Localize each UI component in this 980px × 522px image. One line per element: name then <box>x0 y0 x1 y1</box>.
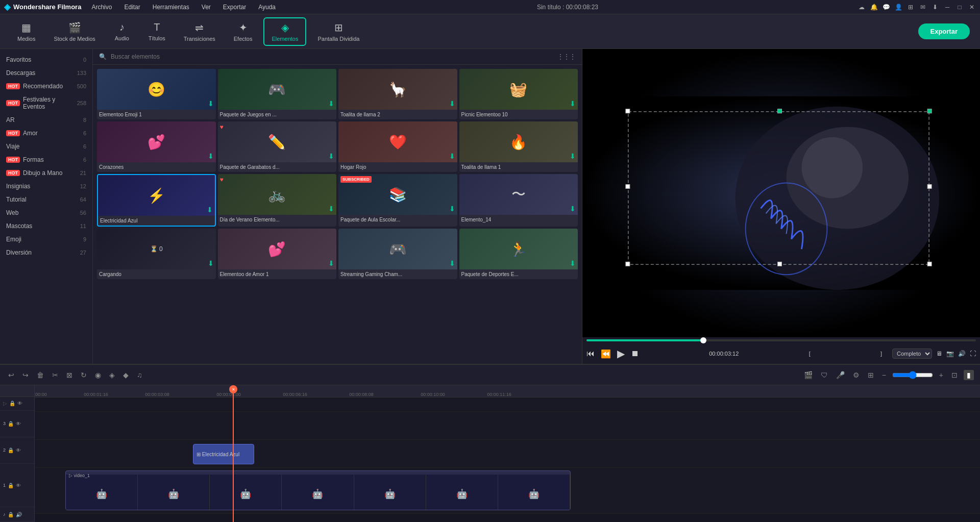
rotate-tool[interactable]: ↻ <box>79 369 89 381</box>
undo-tool[interactable]: ↩ <box>6 369 16 381</box>
grid-options-icon[interactable]: ⋮⋮⋮ <box>557 53 576 60</box>
sidebar-item-web[interactable]: Web 56 <box>0 206 92 219</box>
skip-back-button[interactable]: ⏮ <box>586 349 595 358</box>
quality-select[interactable]: Completo <box>892 349 932 359</box>
mail-icon[interactable]: ✉ <box>919 3 927 11</box>
lock-icon-3[interactable]: 🔒 <box>8 421 14 427</box>
media-item-6[interactable]: ♥ ✏️ ⬇ Paquete de Garabatos d... <box>218 121 337 172</box>
redo-tool[interactable]: ↪ <box>20 369 31 381</box>
media-item-9[interactable]: ⚡ ⬇ Electricidad Azul <box>97 174 216 227</box>
tool-audio[interactable]: ♪ Audio <box>107 18 137 44</box>
tool-pantalla-dividida[interactable]: ⊞ Pantalla Dividida <box>310 18 366 45</box>
playhead-handle[interactable]: ✕ <box>229 385 237 393</box>
media-item-8[interactable]: 🔥 ⬇ Toalita de llama 1 <box>459 121 578 172</box>
volume-icon[interactable]: 🔊 <box>958 350 966 357</box>
monitor-icon[interactable]: 🖥 <box>936 350 942 357</box>
tool-efectos[interactable]: ✦ Efectos <box>227 18 260 45</box>
download-icon-14[interactable]: ⬇ <box>328 259 334 267</box>
lock-icon-audio[interactable]: 🔒 <box>8 512 14 517</box>
media-item-15[interactable]: 🎮 ⬇ Streaming Gaming Cham... <box>338 229 457 279</box>
message-icon[interactable]: 💬 <box>882 3 890 11</box>
tool-medios[interactable]: ▦ Medios <box>10 18 42 45</box>
media-item-4[interactable]: 🧺 ⬇ Picnic Elementoo 10 <box>459 69 578 119</box>
media-item-12[interactable]: 〜 ⬇ Elemento_14 <box>459 174 578 227</box>
media-item-5[interactable]: 💕 ⬇ Corazones <box>97 121 216 172</box>
fit-tool[interactable]: ⊡ <box>949 369 960 381</box>
timeline-thumb[interactable] <box>700 337 706 343</box>
media-item-2[interactable]: 🎮 ⬇ Paquete de Juegos en ... <box>218 69 337 119</box>
clip-video[interactable]: ▷ video_1 🤖 🤖 🤖 🤖 🤖 🤖 🤖 <box>65 470 571 510</box>
sidebar-item-favoritos[interactable]: Favoritos 0 <box>0 53 92 66</box>
sidebar-toggle[interactable]: ▮ <box>964 370 974 380</box>
expand-icon[interactable]: ⛶ <box>970 350 976 357</box>
sidebar-item-mascotas[interactable]: Mascotas 11 <box>0 219 92 233</box>
download-icon-13[interactable]: ⬇ <box>208 259 214 267</box>
media-item-10[interactable]: ♥ 🚲 ⬇ Día de Verano Elemento... <box>218 174 337 227</box>
lock-icon-1[interactable]: 🔒 <box>8 483 14 488</box>
bell-icon[interactable]: 🔔 <box>870 3 878 11</box>
menu-exportar[interactable]: Exportar <box>221 3 248 12</box>
download-icon-9[interactable]: ⬇ <box>207 206 213 214</box>
download-icon-3[interactable]: ⬇ <box>449 100 455 108</box>
sticker-tool[interactable]: ◉ <box>93 369 103 381</box>
tool-titulos[interactable]: T Títulos <box>141 18 173 44</box>
eye-icon-audio[interactable]: 🔊 <box>16 512 22 517</box>
zoom-slider[interactable] <box>892 371 933 379</box>
sidebar-item-emoji[interactable]: Emoji 9 <box>0 233 92 246</box>
tool-stock[interactable]: 🎬 Stock de Medios <box>46 18 102 45</box>
split-tool[interactable]: ⊞ <box>866 369 876 381</box>
sidebar-item-diversion[interactable]: Diversión 27 <box>0 246 92 259</box>
search-input[interactable] <box>111 53 553 60</box>
sidebar-item-festivales[interactable]: HOT Festivales y Eventos 258 <box>0 93 92 113</box>
download-icon-1[interactable]: ⬇ <box>208 100 214 108</box>
preview-timeline[interactable] <box>586 339 976 341</box>
mic-tool[interactable]: 🎤 <box>834 369 847 381</box>
menu-editar[interactable]: Editar <box>122 3 142 12</box>
sidebar-item-descargas[interactable]: Descargas 133 <box>0 66 92 80</box>
stop-button[interactable]: ⏹ <box>631 349 639 358</box>
media-item-1[interactable]: 😊 ⬇ Elementoo Emoji 1 <box>97 69 216 119</box>
menu-ver[interactable]: Ver <box>200 3 213 12</box>
download-icon-6[interactable]: ⬇ <box>328 152 334 160</box>
maximize-button[interactable]: □ <box>955 3 964 11</box>
media-item-13[interactable]: ⏳ 0 ⬇ Cargando <box>97 229 216 279</box>
playhead[interactable]: ✕ <box>233 385 234 522</box>
close-button[interactable]: ✕ <box>968 3 976 11</box>
sidebar-item-amor[interactable]: HOT Amor 6 <box>0 127 92 140</box>
eye-icon-3[interactable]: 👁 <box>16 421 21 427</box>
media-item-16[interactable]: 🏃 ⬇ Paquete de Deportes E... <box>459 229 578 279</box>
download-icon-11[interactable]: ⬇ <box>449 205 455 213</box>
media-item-3[interactable]: 🦙 ⬇ Toalita de llama 2 <box>338 69 457 119</box>
download-icon-12[interactable]: ⬇ <box>570 205 576 213</box>
settings-tool[interactable]: ⚙ <box>851 369 862 381</box>
sidebar-item-ar[interactable]: AR 8 <box>0 113 92 127</box>
download-icon-2[interactable]: ⬇ <box>328 100 334 108</box>
menu-ayuda[interactable]: Ayuda <box>256 3 278 12</box>
user-icon[interactable]: 👤 <box>894 3 902 11</box>
sidebar-item-tutorial[interactable]: Tutorial 64 <box>0 193 92 206</box>
zoom-in-tool[interactable]: + <box>937 369 945 381</box>
download-icon-16[interactable]: ⬇ <box>570 259 576 267</box>
play-button[interactable]: ▶ <box>617 347 625 360</box>
sidebar-item-viaje[interactable]: Viaje 6 <box>0 140 92 153</box>
delete-tool[interactable]: 🗑 <box>35 369 46 381</box>
download-icon-8[interactable]: ⬇ <box>570 152 576 160</box>
download-icon-5[interactable]: ⬇ <box>208 152 214 160</box>
eye-icon-empty[interactable]: 👁 <box>17 401 22 406</box>
screenshot-icon[interactable]: 📷 <box>946 350 954 357</box>
shield-tool[interactable]: 🛡 <box>819 369 830 381</box>
tool-elementos[interactable]: ◈ Elementos <box>263 17 306 46</box>
sidebar-item-recomendado[interactable]: HOT Recomendado 500 <box>0 80 92 93</box>
download-icon-10[interactable]: ⬇ <box>328 205 334 213</box>
zoom-out-tool[interactable]: − <box>880 369 888 381</box>
render-tool[interactable]: 🎬 <box>802 369 815 381</box>
export-button[interactable]: Exportar <box>918 23 970 39</box>
download-icon[interactable]: ⬇ <box>931 3 939 11</box>
color-tool[interactable]: ◈ <box>107 369 117 381</box>
cut-tool[interactable]: ✂ <box>50 369 60 381</box>
download-icon-15[interactable]: ⬇ <box>449 259 455 267</box>
audio-tool[interactable]: ♫ <box>135 369 144 381</box>
menu-herramientas[interactable]: Herramientas <box>151 3 191 12</box>
cloud-icon[interactable]: ☁ <box>857 3 866 11</box>
grid-icon[interactable]: ⊞ <box>906 3 915 11</box>
